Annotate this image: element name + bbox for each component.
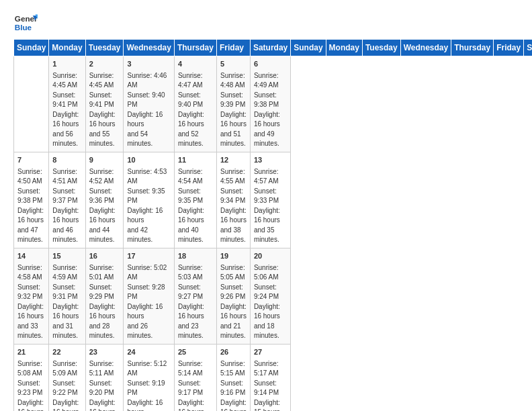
cell-info-line: and 28 minutes. <box>89 322 120 341</box>
calendar-cell: 3Sunrise: 4:46 AMSunset: 9:40 PMDaylight… <box>124 56 174 152</box>
calendar-cell: 7Sunrise: 4:50 AMSunset: 9:38 PMDaylight… <box>14 152 49 248</box>
col-header-sunday: Sunday <box>291 40 326 56</box>
cell-info-line: Daylight: 16 hours <box>89 110 120 130</box>
cell-info-line: Sunrise: 4:59 AM <box>52 263 81 283</box>
svg-text:Blue: Blue <box>15 23 32 32</box>
cell-info-line: Sunset: 9:22 PM <box>52 379 81 398</box>
cell-info-line: Sunset: 9:41 PM <box>52 91 81 110</box>
cell-date-number: 22 <box>52 347 81 358</box>
cell-info-line: Sunrise: 4:46 AM <box>127 71 170 91</box>
calendar-cell: 2Sunrise: 4:45 AMSunset: 9:41 PMDaylight… <box>85 56 124 152</box>
cell-date-number: 15 <box>52 251 81 262</box>
cell-date-number: 19 <box>220 251 247 262</box>
calendar-cell: 1Sunrise: 4:45 AMSunset: 9:41 PMDaylight… <box>49 56 85 152</box>
calendar-week-row: 1Sunrise: 4:45 AMSunset: 9:41 PMDaylight… <box>14 56 533 152</box>
cell-info-line: Daylight: 16 hours <box>178 110 213 130</box>
cell-date-number: 11 <box>178 155 213 166</box>
cell-info-line: Daylight: 16 hours <box>254 206 287 226</box>
cell-info-line: Sunset: 9:35 PM <box>127 187 170 206</box>
cell-info-line: Sunset: 9:36 PM <box>89 187 120 206</box>
calendar-table: SundayMondayTuesdayWednesdayThursdayFrid… <box>13 39 532 411</box>
cell-date-number: 1 <box>52 59 81 70</box>
cell-info-line: Sunrise: 5:05 AM <box>220 263 247 283</box>
calendar-cell: 19Sunrise: 5:05 AMSunset: 9:26 PMDayligh… <box>216 248 250 344</box>
page-header: General Blue <box>13 11 519 35</box>
col-header-monday: Monday <box>326 40 362 56</box>
cell-info-line: Sunset: 9:39 PM <box>220 91 247 110</box>
cell-info-line: Sunrise: 4:47 AM <box>178 71 213 91</box>
cell-info-line: Sunrise: 5:08 AM <box>17 359 45 379</box>
cell-date-number: 16 <box>89 251 120 262</box>
cell-info-line: Sunset: 9:33 PM <box>254 187 287 206</box>
cell-info-line: Sunrise: 5:12 AM <box>127 359 170 379</box>
cell-info-line: Sunrise: 4:53 AM <box>127 167 170 187</box>
cell-date-number: 2 <box>89 59 120 70</box>
calendar-cell: 10Sunrise: 4:53 AMSunset: 9:35 PMDayligh… <box>124 152 174 248</box>
cell-info-line: Daylight: 16 hours <box>178 398 213 411</box>
cell-info-line: Sunset: 9:35 PM <box>178 187 213 206</box>
cell-info-line: Sunrise: 5:11 AM <box>89 359 120 379</box>
cell-info-line: and 18 minutes. <box>254 322 287 341</box>
calendar-cell <box>14 56 49 152</box>
cell-date-number: 5 <box>220 59 247 70</box>
cell-info-line: Sunset: 9:41 PM <box>89 91 120 110</box>
cell-info-line: Sunset: 9:29 PM <box>89 283 120 302</box>
cell-date-number: 8 <box>52 155 81 166</box>
cell-info-line: and 33 minutes. <box>17 322 45 341</box>
cell-info-line: Sunrise: 4:48 AM <box>220 71 247 91</box>
cell-info-line: Sunrise: 5:14 AM <box>178 359 213 379</box>
logo: General Blue <box>13 11 38 35</box>
cell-info-line: Sunrise: 4:45 AM <box>52 71 81 91</box>
calendar-cell: 23Sunrise: 5:11 AMSunset: 9:20 PMDayligh… <box>85 344 124 411</box>
cell-date-number: 9 <box>89 155 120 166</box>
cell-info-line: and 21 minutes. <box>220 322 247 341</box>
cell-info-line: Sunset: 9:38 PM <box>254 91 287 110</box>
calendar-cell: 11Sunrise: 4:54 AMSunset: 9:35 PMDayligh… <box>174 152 216 248</box>
cell-info-line: and 52 minutes. <box>178 130 213 149</box>
cell-date-number: 7 <box>17 155 45 166</box>
cell-info-line: Sunrise: 4:58 AM <box>17 263 45 283</box>
calendar-cell: 12Sunrise: 4:55 AMSunset: 9:34 PMDayligh… <box>216 152 250 248</box>
calendar-header-row: SundayMondayTuesdayWednesdayThursdayFrid… <box>14 40 533 56</box>
cell-info-line: Sunrise: 4:57 AM <box>254 167 287 187</box>
cell-info-line: Daylight: 16 hours <box>52 110 81 130</box>
cell-info-line: Sunrise: 4:50 AM <box>17 167 45 187</box>
cell-date-number: 17 <box>127 251 170 262</box>
cell-info-line: Daylight: 16 hours <box>127 110 170 130</box>
col-header-friday: Friday <box>216 40 250 56</box>
cell-info-line: and 23 minutes. <box>178 322 213 341</box>
cell-info-line: Sunset: 9:28 PM <box>127 283 170 302</box>
cell-info-line: Daylight: 16 hours <box>254 110 287 130</box>
cell-info-line: Sunrise: 5:01 AM <box>89 263 120 283</box>
cell-info-line: Daylight: 16 hours <box>178 206 213 226</box>
col-header-wednesday: Wednesday <box>400 40 451 56</box>
cell-info-line: Sunset: 9:20 PM <box>89 379 120 398</box>
col-header-tuesday: Tuesday <box>362 40 400 56</box>
cell-info-line: Sunset: 9:32 PM <box>17 283 45 302</box>
calendar-cell: 24Sunrise: 5:12 AMSunset: 9:19 PMDayligh… <box>124 344 174 411</box>
cell-info-line: Sunset: 9:34 PM <box>220 187 247 206</box>
cell-date-number: 24 <box>127 347 170 358</box>
cell-date-number: 18 <box>178 251 213 262</box>
cell-info-line: and 44 minutes. <box>89 226 120 245</box>
cell-info-line: Sunset: 9:27 PM <box>178 283 213 302</box>
cell-info-line: Sunrise: 4:55 AM <box>220 167 247 187</box>
calendar-week-row: 7Sunrise: 4:50 AMSunset: 9:38 PMDaylight… <box>14 152 533 248</box>
cell-info-line: Sunset: 9:23 PM <box>17 379 45 398</box>
cell-date-number: 26 <box>220 347 247 358</box>
cell-info-line: and 26 minutes. <box>127 322 170 341</box>
cell-info-line: Daylight: 16 hours <box>220 398 247 411</box>
cell-info-line: Daylight: 16 hours <box>52 206 81 226</box>
cell-info-line: Sunrise: 5:09 AM <box>52 359 81 379</box>
cell-info-line: and 54 minutes. <box>127 130 170 149</box>
cell-info-line: Daylight: 16 hours <box>220 206 247 226</box>
cell-info-line: Daylight: 16 hours <box>220 110 247 130</box>
cell-date-number: 14 <box>17 251 45 262</box>
col-header-sunday: Sunday <box>14 40 49 56</box>
calendar-cell: 6Sunrise: 4:49 AMSunset: 9:38 PMDaylight… <box>250 56 290 152</box>
cell-info-line: and 46 minutes. <box>52 226 81 245</box>
calendar-cell: 15Sunrise: 4:59 AMSunset: 9:31 PMDayligh… <box>49 248 85 344</box>
col-header-friday: Friday <box>494 40 524 56</box>
cell-info-line: Sunrise: 5:02 AM <box>127 263 170 283</box>
col-header-saturday: Saturday <box>250 40 290 56</box>
